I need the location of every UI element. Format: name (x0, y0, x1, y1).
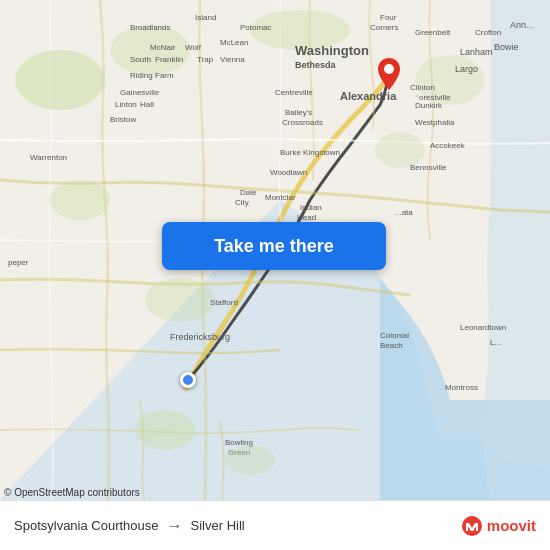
svg-text:City: City (235, 198, 249, 207)
bottom-bar: Spotsylvania Courthouse → Silver Hill mo… (0, 500, 550, 550)
svg-text:Corners: Corners (370, 23, 398, 32)
svg-text:⁻orestville: ⁻orestville (415, 93, 451, 102)
svg-text:Stafford: Stafford (210, 298, 238, 307)
svg-text:Potomac: Potomac (240, 23, 272, 32)
arrow-icon: → (167, 517, 183, 535)
svg-text:Washington: Washington (295, 43, 369, 58)
map-attribution: © OpenStreetMap contributors (4, 487, 140, 498)
svg-text:McLean: McLean (220, 38, 248, 47)
svg-text:Warrenton: Warrenton (30, 153, 67, 162)
origin-label: Spotsylvania Courthouse (14, 518, 159, 533)
svg-point-5 (50, 180, 110, 220)
svg-text:Bennsville: Bennsville (410, 163, 447, 172)
svg-text:Vienna: Vienna (220, 55, 245, 64)
svg-text:Gainesville: Gainesville (120, 88, 160, 97)
svg-text:South: South (130, 55, 151, 64)
svg-text:Trap: Trap (197, 55, 214, 64)
moovit-brand-icon (461, 515, 483, 537)
svg-text:Crofton: Crofton (475, 28, 501, 37)
svg-text:Four: Four (380, 13, 397, 22)
svg-point-7 (145, 278, 215, 322)
svg-text:L...: L... (490, 338, 501, 347)
svg-text:Montclar: Montclar (265, 193, 296, 202)
svg-text:Largo: Largo (455, 64, 478, 74)
svg-text:Linton: Linton (115, 100, 137, 109)
svg-point-1 (15, 50, 105, 110)
svg-text:Riding: Riding (130, 71, 153, 80)
svg-text:Clinton: Clinton (410, 83, 435, 92)
route-info: Spotsylvania Courthouse → Silver Hill (14, 517, 245, 535)
svg-point-66 (462, 516, 482, 536)
svg-text:Hall: Hall (140, 100, 154, 109)
svg-text:Fredericksburg: Fredericksburg (170, 332, 230, 342)
svg-text:Dunkirk: Dunkirk (415, 101, 443, 110)
svg-text:Wolf: Wolf (185, 43, 202, 52)
svg-text:Bethesda: Bethesda (295, 60, 337, 70)
svg-text:Woodlawn: Woodlawn (270, 168, 307, 177)
svg-text:Burke Kingstown: Burke Kingstown (280, 148, 340, 157)
svg-point-64 (225, 445, 275, 475)
svg-text:Bowie: Bowie (494, 42, 519, 52)
svg-text:Beach: Beach (380, 341, 403, 350)
svg-text:...ata: ...ata (395, 208, 413, 217)
map-container: Bethesda Greenbelt Crofton Lanham Largo … (0, 0, 550, 500)
svg-text:Leonardtown: Leonardtown (460, 323, 506, 332)
take-me-there-button[interactable]: Take me there (162, 222, 386, 270)
svg-text:Bailey's: Bailey's (285, 108, 312, 117)
svg-text:Lanham: Lanham (460, 47, 493, 57)
svg-text:McNair: McNair (150, 43, 176, 52)
svg-text:Colonial: Colonial (380, 331, 409, 340)
svg-text:Centreville: Centreville (275, 88, 313, 97)
svg-text:Ann...: Ann... (510, 20, 534, 30)
moovit-brand-text: moovit (487, 517, 536, 534)
destination-marker (378, 58, 400, 90)
origin-marker (180, 372, 196, 388)
moovit-logo: moovit (461, 515, 536, 537)
svg-text:Accokeek: Accokeek (430, 141, 466, 150)
svg-text:Head: Head (297, 213, 316, 222)
svg-text:Westphalia: Westphalia (415, 118, 455, 127)
destination-label: Silver Hill (191, 518, 245, 533)
svg-text:peper: peper (8, 258, 29, 267)
svg-point-65 (384, 64, 394, 74)
svg-text:Island: Island (195, 13, 216, 22)
svg-text:Crossroads: Crossroads (282, 118, 323, 127)
svg-text:Greenbelt: Greenbelt (415, 28, 451, 37)
svg-text:Franklin: Franklin (155, 55, 183, 64)
svg-point-63 (135, 410, 195, 450)
svg-text:Farm: Farm (155, 71, 174, 80)
svg-text:Alexandria: Alexandria (340, 90, 397, 102)
svg-text:Bristow: Bristow (110, 115, 136, 124)
svg-text:Dale: Dale (240, 188, 257, 197)
svg-text:Montross: Montross (445, 383, 478, 392)
svg-text:Broadlands: Broadlands (130, 23, 170, 32)
svg-text:Indian: Indian (300, 203, 322, 212)
